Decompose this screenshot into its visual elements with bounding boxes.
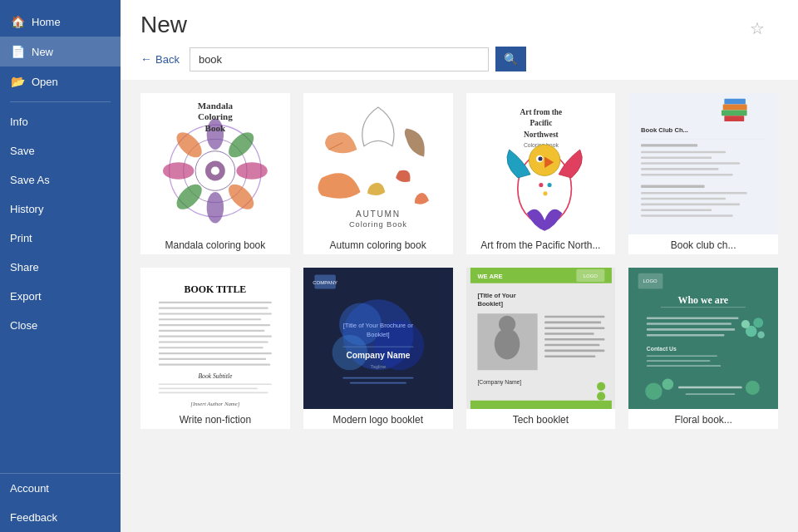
template-thumb-pacific: Art from the Pacific Northwest Coloring … xyxy=(466,93,616,234)
svg-rect-102 xyxy=(544,355,595,357)
template-card-writenonfic[interactable]: BOOK TITLE xyxy=(140,268,290,429)
back-link[interactable]: ← Back xyxy=(140,52,180,66)
svg-text:WE ARE: WE ARE xyxy=(477,273,502,280)
svg-text:Pacific: Pacific xyxy=(530,119,552,127)
svg-point-126 xyxy=(746,381,760,395)
sidebar-item-print[interactable]: Print xyxy=(0,224,121,253)
svg-point-105 xyxy=(597,392,605,401)
sidebar-label-info: Info xyxy=(10,116,28,128)
svg-rect-101 xyxy=(544,350,604,352)
sidebar-item-info[interactable]: Info xyxy=(0,107,121,136)
template-label-techbooklet: Tech booklet xyxy=(466,409,616,429)
star-icon: ☆ xyxy=(750,18,765,38)
svg-text:COMPANY: COMPANY xyxy=(313,280,337,285)
svg-point-114 xyxy=(753,318,763,328)
svg-rect-98 xyxy=(544,332,594,335)
svg-rect-43 xyxy=(641,162,740,165)
svg-text:Contact Us: Contact Us xyxy=(647,346,677,352)
svg-rect-67 xyxy=(159,383,272,385)
template-card-techbooklet[interactable]: WE ARE LOGO [Title of Your Booklet] xyxy=(466,268,616,429)
sidebar-item-new[interactable]: 📄 New xyxy=(0,37,121,66)
sidebar-label-open: Open xyxy=(32,76,58,88)
svg-rect-116 xyxy=(647,318,739,320)
svg-point-94 xyxy=(494,328,520,359)
svg-rect-47 xyxy=(641,192,747,195)
sidebar-bottom: Account Feedback xyxy=(0,473,121,532)
template-card-mandala[interactable]: Mandala Coloring Book Mandala coloring b… xyxy=(140,93,290,254)
sidebar-item-home[interactable]: 🏠 Home xyxy=(0,7,121,37)
svg-rect-54 xyxy=(159,302,272,303)
search-button[interactable]: 🔍 xyxy=(495,47,526,71)
sidebar-item-account[interactable]: Account xyxy=(0,474,121,503)
svg-rect-118 xyxy=(647,328,735,331)
svg-rect-42 xyxy=(641,157,712,160)
svg-point-31 xyxy=(547,183,551,187)
svg-text:[Insert Author Name]: [Insert Author Name] xyxy=(190,401,240,407)
open-icon: 📂 xyxy=(10,75,25,88)
sidebar-item-open[interactable]: 📂 Open xyxy=(0,66,121,96)
svg-text:Northwest: Northwest xyxy=(524,131,559,139)
svg-rect-100 xyxy=(544,344,599,347)
templates-area: Mandala Coloring Book Mandala coloring b… xyxy=(121,80,798,532)
svg-text:Art from the: Art from the xyxy=(520,108,562,116)
svg-rect-44 xyxy=(641,168,719,170)
svg-rect-50 xyxy=(641,209,712,211)
back-arrow-icon: ← xyxy=(140,52,152,66)
main-header: ☆ New ← Back 🔍 xyxy=(121,0,798,80)
sidebar-label-save: Save xyxy=(10,145,35,157)
sidebar-label-history: History xyxy=(10,203,43,215)
svg-text:Company Name: Company Name xyxy=(346,351,410,360)
sidebar-item-feedback[interactable]: Feedback xyxy=(0,503,121,532)
svg-rect-121 xyxy=(647,355,717,357)
search-input[interactable] xyxy=(190,47,489,71)
template-label-mandala: Mandala coloring book xyxy=(140,234,290,254)
template-label-floralbooklet: Floral book... xyxy=(628,409,778,429)
sidebar-item-save[interactable]: Save xyxy=(0,136,121,165)
sidebar-item-close[interactable]: Close xyxy=(0,311,121,340)
svg-rect-123 xyxy=(647,365,721,367)
svg-text:[Title of Your Brochure or: [Title of Your Brochure or xyxy=(343,322,414,329)
sidebar-item-history[interactable]: History xyxy=(0,195,121,224)
template-thumb-floralbooklet: LOGO Who we are xyxy=(628,268,778,409)
sidebar-label-share: Share xyxy=(10,261,39,273)
svg-rect-117 xyxy=(647,323,732,325)
sidebar-item-export[interactable]: Export xyxy=(0,282,121,311)
sidebar-label-new: New xyxy=(32,46,53,58)
svg-rect-56 xyxy=(159,313,272,314)
svg-point-115 xyxy=(758,332,766,339)
svg-rect-69 xyxy=(159,392,268,394)
template-thumb-autumn: AUTUMN Coloring Book xyxy=(303,93,453,234)
svg-rect-127 xyxy=(678,387,742,389)
svg-rect-64 xyxy=(159,358,266,360)
template-card-bookclub[interactable]: Book Club Ch... xyxy=(628,93,778,254)
svg-rect-128 xyxy=(686,393,736,395)
svg-rect-34 xyxy=(725,99,746,105)
template-card-pacific[interactable]: Art from the Pacific Northwest Coloring … xyxy=(466,93,616,254)
template-label-modernlogo: Modern logo booklet xyxy=(303,409,453,429)
svg-text:Tagline: Tagline xyxy=(370,364,387,369)
svg-point-10 xyxy=(163,162,194,179)
sidebar-label-account: Account xyxy=(10,482,49,495)
svg-point-29 xyxy=(538,157,542,161)
sidebar-label-home: Home xyxy=(32,16,61,28)
template-thumb-modernlogo: COMPANY [Title of Your Brochure or Bookl… xyxy=(303,268,453,409)
sidebar-item-share[interactable]: Share xyxy=(0,253,121,282)
template-card-autumn[interactable]: AUTUMN Coloring Book Autumn coloring boo… xyxy=(303,93,453,254)
svg-point-124 xyxy=(645,383,662,400)
svg-rect-122 xyxy=(647,360,711,362)
svg-text:LOGO: LOGO xyxy=(643,278,658,283)
svg-point-104 xyxy=(597,382,605,391)
svg-rect-51 xyxy=(641,214,733,217)
svg-rect-63 xyxy=(159,352,272,354)
template-thumb-bookclub: Book Club Ch... xyxy=(628,93,778,234)
svg-text:Booklet]: Booklet] xyxy=(477,300,503,308)
svg-rect-36 xyxy=(722,110,747,116)
sidebar-label-export: Export xyxy=(10,290,42,303)
template-label-bookclub: Book club ch... xyxy=(628,234,778,254)
template-card-modernlogo[interactable]: COMPANY [Title of Your Brochure or Bookl… xyxy=(303,268,453,429)
template-label-autumn: Autumn coloring book xyxy=(303,234,453,254)
sidebar-item-saveas[interactable]: Save As xyxy=(0,165,121,195)
sidebar: 🏠 Home 📄 New 📂 Open Info Save Save As Hi… xyxy=(0,0,121,532)
svg-rect-68 xyxy=(159,388,258,390)
template-card-floralbooklet[interactable]: LOGO Who we are xyxy=(628,268,778,429)
